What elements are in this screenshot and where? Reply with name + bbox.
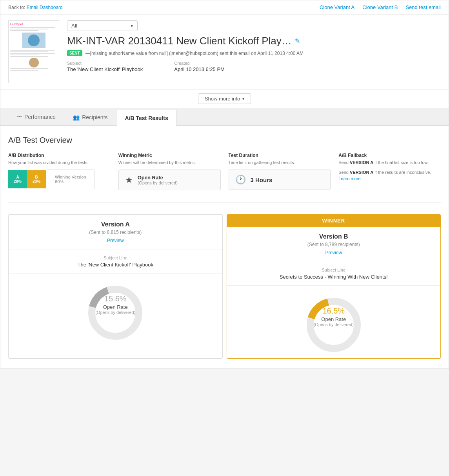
thumbnail-line [10,68,48,69]
star-icon: ★ [125,175,133,185]
thumbnail-line [10,27,55,28]
dist-b-pct: 20% [33,179,40,184]
created-value: April 10 2013 6:25 PM [174,66,225,72]
version-b-card: WINNER Version B (Sent to 8,789 recipien… [227,214,441,359]
version-b-open-rate: 16.5% [235,306,433,316]
metric-box: ★ Open Rate (Opens by delivered) [118,170,221,190]
distribution-heading: A/B Distribution [8,153,111,158]
people-icon: 👥 [73,114,80,120]
tab-performance-label: Performance [24,114,56,120]
versions-wrapper: Version A (Sent to 8,815 recipients) Pre… [8,214,441,359]
version-a-name: Version A [15,221,216,228]
header-details: All ▾ MK-INT-VAR 20130411 New Client Kic… [67,20,441,72]
main-content: A/B Test Overview A/B Distribution How y… [0,126,449,368]
back-text: Back to: [8,5,25,10]
dist-winner: Winning Version 60% [47,170,95,189]
dist-a: A 20% [8,170,27,188]
clone-variant-b-link[interactable]: Clone Variant B [362,4,398,10]
show-more-button[interactable]: Show more info ▾ [198,93,251,104]
duration-box: 🕐 3 Hours [229,170,331,190]
winning-metric-heading: Winning Metric [118,153,221,158]
distribution-bar: A 20% B 20% Winning Version 60% [8,170,111,189]
clone-variant-a-link[interactable]: Clone Variant A [320,4,354,10]
subject-label: Subject [67,61,143,66]
metric-name: Open Rate [138,175,178,181]
meta-row: Subject The 'New Client Kickoff' Playboo… [67,61,441,72]
dist-winner-label: Winning Version [55,175,86,179]
list-selector-value: All [71,23,77,29]
tab-recipients[interactable]: 👥 Recipients [65,109,116,125]
winning-metric-desc: Winner will be determined by this metric… [118,160,221,166]
duration-value: 3 Hours [251,177,273,183]
tab-performance[interactable]: 〜 Performance [8,108,64,125]
thumbnail-line [10,55,38,55]
list-selector-row: All ▾ [67,20,441,31]
list-selector[interactable]: All ▾ [67,20,138,31]
chart-icon: 〜 [16,113,22,120]
version-b-metric-name: Open Rate [235,316,433,322]
email-dashboard-link[interactable]: Email Dashboard [27,5,63,10]
thumbnail-line [10,53,55,54]
version-a-metric-name: Open Rate [16,304,215,310]
show-more-row: Show more info ▾ [0,89,449,108]
dist-a-label: A [16,175,19,179]
sent-badge: SENT [67,50,82,56]
winning-metric-col: Winning Metric Winner will be determined… [118,153,221,190]
fallback-line1-suffix: if the final list size is too low. [373,160,429,165]
version-a-subject-label: Subject Line [15,255,216,260]
thumbnail-line [10,70,38,71]
learn-more-link[interactable]: Learn more [338,176,360,181]
overview-grid: A/B Distribution How your list was divid… [8,153,441,190]
created-meta: Created April 10 2013 6:25 PM [174,61,225,72]
sent-info-text: —[missing authorName value from null] (j… [85,51,304,56]
thumbnail-logo: HubSpot [10,22,57,26]
dist-winner-pct: 60% [55,179,86,184]
distribution-desc: How your list was divided during the tes… [8,160,111,166]
version-a-recipients: (Sent to 8,815 recipients) [15,230,216,235]
version-a-header: Version A (Sent to 8,815 recipients) Pre… [9,215,222,250]
fallback-line1-bold: VERSION A [350,160,373,165]
fallback-heading: A/B Fallback [338,153,441,158]
test-duration-heading: Test Duration [229,153,331,158]
version-b-subject: Subject Line Secrets to Success - Winnin… [227,262,441,286]
fallback-col: A/B Fallback Send VERSION A if the final… [338,153,441,190]
version-a-subject-text: The 'New Client Kickoff' Playbook [15,262,216,268]
dist-b-label: B [35,175,38,179]
dist-a-pct: 20% [14,179,22,184]
version-a-subject: Subject Line The 'New Client Kickoff' Pl… [9,250,222,274]
test-duration-col: Test Duration Time limit on gathering te… [229,153,331,190]
thumbnail-image [22,33,45,48]
distribution-col: A/B Distribution How your list was divid… [8,153,111,190]
version-b-name: Version B [233,233,434,240]
version-a-metric-sub: (Opens by delivered) [16,310,215,315]
sent-status-row: SENT —[missing authorName value from nul… [67,50,441,56]
thumbnail-person [29,58,39,67]
clock-icon: 🕐 [235,175,246,185]
thumbnail-line [10,51,48,52]
tabs-row: 〜 Performance 👥 Recipients A/B Test Resu… [0,108,449,126]
version-a-preview-link[interactable]: Preview [107,238,124,243]
version-b-preview-link[interactable]: Preview [325,250,342,255]
tab-ab-test-results[interactable]: A/B Test Results [117,110,176,126]
version-a-open-rate: 15.6% [16,294,215,303]
show-more-label: Show more info [205,96,240,102]
created-label: Created [174,61,225,66]
thumbnail-line [10,56,48,57]
version-a-chart: 15.6% Open Rate (Opens by delivered) [9,274,222,346]
thumbnail-line [10,50,55,51]
fallback-line1-prefix: Send [338,160,350,165]
fallback-text: Send VERSION A if the final list size is… [338,160,441,182]
send-test-email-link[interactable]: Send test email [405,4,441,10]
winner-banner: WINNER [227,215,441,227]
subject-value: The 'New Client Kickoff' Playbook [67,66,143,72]
version-b-chart: 16.5% Open Rate (Opens by delivered) [227,286,441,358]
fallback-line2-bold: VERSION A [350,170,373,175]
subject-meta: Subject The 'New Client Kickoff' Playboo… [67,61,143,72]
test-duration-desc: Time limit on gathering test results. [229,160,331,166]
version-b-metric-sub: (Opens by delivered) [235,322,433,327]
ab-overview-title: A/B Test Overview [8,136,441,145]
email-title-row: MK-INT-VAR 20130411 New Client Kickoff P… [67,35,441,47]
tab-recipients-label: Recipients [82,114,107,120]
version-a-card: Version A (Sent to 8,815 recipients) Pre… [8,214,223,359]
edit-icon[interactable]: ✎ [295,37,300,45]
